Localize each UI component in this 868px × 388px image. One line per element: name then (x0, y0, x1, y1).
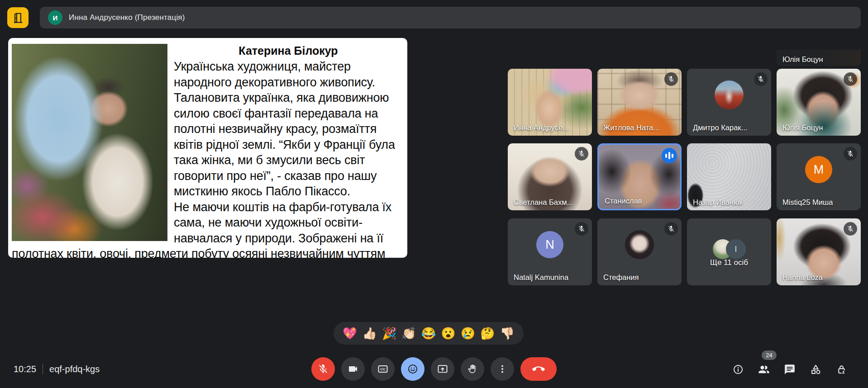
hand-icon (467, 363, 478, 375)
participant-tile[interactable]: Дмитро Карак... (687, 69, 771, 136)
more-options-button[interactable] (491, 357, 514, 381)
participant-count-badge: 24 (762, 350, 777, 360)
participant-name: Natalj Kamunina (514, 273, 568, 282)
mic-toggle-button[interactable] (311, 357, 335, 381)
participant-name: Дмитро Карак... (693, 123, 747, 132)
camera-toggle-button[interactable] (341, 357, 365, 381)
captions-button[interactable]: CC (371, 357, 395, 381)
participant-name: Назар Иванюк (693, 198, 743, 207)
mic-muted-icon (575, 147, 588, 161)
open-door-icon (11, 11, 25, 24)
call-end-icon (532, 363, 545, 375)
mic-muted-icon (844, 222, 857, 236)
more-participants-label: Ще 11 осіб (687, 258, 771, 267)
meeting-details-button[interactable] (730, 362, 746, 377)
participant-tile[interactable]: Юлія Боцун (777, 69, 861, 136)
participant-name: Юлія Боцун (782, 55, 823, 64)
people-icon (758, 363, 770, 376)
participant-name: Инна Андрусе... (514, 123, 569, 132)
participant-name: Станислав (605, 197, 642, 205)
participant-tile[interactable]: Стефания (597, 218, 682, 285)
mic-muted-icon (575, 222, 588, 236)
reaction-thumbs-down[interactable]: 👎🏻 (500, 327, 515, 339)
slide-photo-kateryna-bilokur (12, 44, 167, 241)
mic-muted-icon (664, 72, 678, 86)
participant-name: Светлана Бахм... (514, 198, 573, 207)
participant-tile[interactable]: Назар Иванюк (687, 143, 771, 210)
avatar: I (726, 239, 746, 259)
reaction-party-popper[interactable]: 🎉 (382, 327, 396, 339)
participant-name: Стефания (603, 273, 639, 282)
reaction-thinking[interactable]: 🤔 (480, 327, 495, 339)
presenter-label: Инна Андрусенко (Презентація) (69, 13, 185, 22)
avatar (715, 80, 744, 109)
more-vert-icon (497, 364, 508, 374)
overflow-tile[interactable]: I Ще 11 осіб (687, 218, 771, 285)
open-door-button[interactable] (7, 7, 29, 28)
participant-tile[interactable]: Инна Андрусе... (508, 69, 592, 136)
participant-name: Mistiq25 Миша (782, 198, 833, 207)
shared-presentation: Катерина Білокур Українська художниця, м… (8, 38, 407, 258)
smiley-icon (407, 363, 419, 375)
reactions-button[interactable] (401, 357, 424, 381)
people-button[interactable] (756, 362, 772, 377)
mic-off-icon (318, 364, 329, 374)
reaction-joy[interactable]: 😂 (421, 327, 436, 339)
participant-name: Hanna Loza (782, 273, 823, 282)
avatar (625, 230, 654, 259)
info-icon (732, 364, 744, 375)
participant-name: Юлія Боцун (782, 123, 823, 132)
reaction-clap[interactable]: 👏🏻 (401, 327, 416, 339)
participant-name: Житлова Ната... (603, 123, 659, 132)
host-controls-button[interactable] (834, 362, 849, 377)
participant-tile[interactable]: Житлова Ната... (597, 69, 682, 136)
mic-muted-icon (754, 72, 768, 86)
meeting-code: eqf-pfdq-kgs (49, 364, 100, 374)
reaction-cry[interactable]: 😢 (461, 327, 475, 339)
present-button[interactable] (431, 357, 454, 381)
presenter-avatar: И (48, 10, 62, 25)
camera-icon (348, 364, 358, 374)
call-controls: CC (311, 357, 557, 381)
reactions-bar: 💖 👍🏻 🎉 👏🏻 😂 😮 😢 🤔 👎🏻 (334, 322, 524, 345)
leave-call-button[interactable] (520, 357, 557, 381)
participant-tile[interactable]: M Mistiq25 Миша (777, 143, 861, 210)
audio-level-icon (662, 148, 677, 163)
clock-time: 10:25 (14, 364, 36, 374)
participant-tile[interactable]: Светлана Бахм... (508, 143, 592, 210)
participant-tile[interactable]: Hanna Loza (777, 218, 861, 285)
side-panel-controls (730, 362, 849, 377)
divider (43, 364, 43, 374)
captions-icon: CC (377, 363, 389, 375)
chat-icon (784, 364, 796, 375)
reaction-sparkling-heart[interactable]: 💖 (343, 327, 357, 339)
participant-tile-clipped[interactable]: Юлія Боцун (777, 50, 861, 66)
activities-icon (810, 364, 822, 376)
reaction-thumbs-up[interactable]: 👍🏻 (362, 327, 377, 339)
mic-muted-icon (664, 222, 678, 236)
presenter-chip: И Инна Андрусенко (Презентація) (40, 7, 861, 28)
reaction-surprised[interactable]: 😮 (441, 327, 455, 339)
present-screen-icon (437, 363, 448, 375)
mic-muted-icon (844, 147, 857, 161)
svg-text:CC: CC (380, 367, 386, 371)
avatar: M (805, 156, 832, 183)
activities-button[interactable] (808, 362, 823, 377)
participant-tile-speaking[interactable]: Станислав (597, 143, 682, 210)
mic-muted-icon (844, 72, 857, 86)
host-controls-lock-icon (835, 364, 848, 376)
participant-tile[interactable]: N Natalj Kamunina (508, 218, 592, 285)
chat-button[interactable] (782, 362, 797, 377)
statusbar: 10:25 eqf-pfdq-kgs (14, 364, 100, 374)
raise-hand-button[interactable] (461, 357, 484, 381)
avatar: N (536, 231, 563, 258)
meeting-stage: И Инна Андрусенко (Презентація) Катерина… (0, 0, 868, 388)
